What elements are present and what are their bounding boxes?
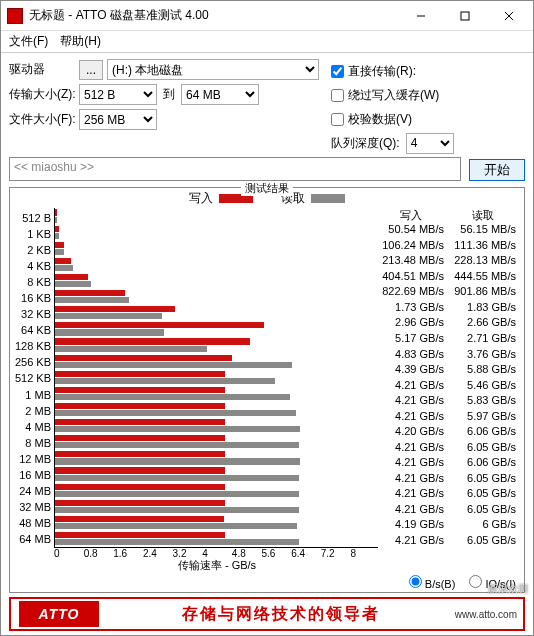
start-button[interactable]: 开始 [469, 159, 525, 181]
verify-checkbox[interactable] [331, 113, 344, 126]
svg-rect-1 [461, 12, 469, 20]
to-label: 到 [163, 86, 175, 103]
write-values-column: 写入50.54 MB/s106.24 MB/s213.48 MB/s404.51… [378, 208, 450, 548]
y-axis-labels: 512 B1 KB2 KB4 KB8 KB16 KB32 KB64 KB128 … [10, 208, 54, 548]
footer-slogan: 存储与网络技术的领导者 [107, 604, 455, 625]
window-title: 无标题 - ATTO 磁盘基准测试 4.00 [29, 7, 399, 24]
footer-url[interactable]: www.atto.com [455, 609, 523, 620]
unit-bs-radio[interactable] [409, 575, 422, 588]
drive-label: 驱动器 [9, 61, 79, 78]
direct-label: 直接传输(R): [348, 63, 416, 80]
footer: ATTO 存储与网络技术的领导者 www.atto.com [9, 597, 525, 631]
unit-ios[interactable]: IO/s(I) [469, 575, 516, 590]
app-icon [7, 8, 23, 24]
atto-logo: ATTO [19, 601, 99, 627]
transfer-from-select[interactable]: 512 B [79, 84, 157, 105]
drive-select[interactable]: (H:) 本地磁盘 [107, 59, 319, 80]
unit-bs[interactable]: B/s(B) [409, 575, 456, 590]
unit-ios-radio[interactable] [469, 575, 482, 588]
menu-file[interactable]: 文件(F) [9, 33, 48, 50]
transfer-label: 传输大小(Z): [9, 86, 79, 103]
menu-help[interactable]: 帮助(H) [60, 33, 101, 50]
breadcrumb[interactable]: << miaoshu >> [9, 157, 461, 181]
x-axis-label: 传输速率 - GB/s [54, 558, 380, 573]
close-button[interactable] [487, 2, 531, 30]
bypass-label: 绕过写入缓存(W) [348, 87, 439, 104]
direct-checkbox[interactable] [331, 65, 344, 78]
chart-area: 测试结果 写入 读取 512 B1 KB2 KB4 KB8 KB16 KB32 … [9, 187, 525, 593]
drive-browse-button[interactable]: ... [79, 60, 103, 80]
results-label: 测试结果 [241, 181, 293, 196]
bypass-checkbox[interactable] [331, 89, 344, 102]
filesize-label: 文件大小(F): [9, 111, 79, 128]
maximize-button[interactable] [443, 2, 487, 30]
read-values-column: 读取56.15 MB/s111.36 MB/s228.13 MB/s444.55… [450, 208, 522, 548]
filesize-select[interactable]: 256 MB [79, 109, 157, 130]
titlebar: 无标题 - ATTO 磁盘基准测试 4.00 [1, 1, 533, 31]
minimize-button[interactable] [399, 2, 443, 30]
menubar: 文件(F) 帮助(H) [1, 31, 533, 53]
qdepth-label: 队列深度(Q): [331, 135, 400, 152]
verify-label: 校验数据(V) [348, 111, 412, 128]
transfer-to-select[interactable]: 64 MB [181, 84, 259, 105]
chart-bars [54, 208, 378, 548]
qdepth-select[interactable]: 4 [406, 133, 454, 154]
